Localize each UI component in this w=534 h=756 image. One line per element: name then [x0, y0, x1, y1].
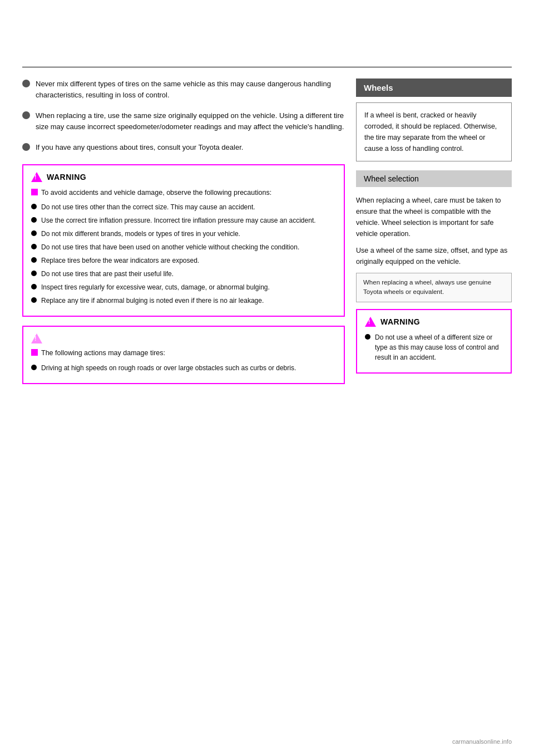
warning-bullet-list: Do not use tires other than the correct …	[31, 202, 336, 306]
bullet-text-3: If you have any questions about tires, c…	[36, 142, 243, 153]
right-warning-bullet-item-1: Do not use a wheel of a different size o…	[365, 332, 503, 362]
info-note-text: If a wheel is bent, cracked or heavily c…	[364, 111, 497, 153]
bullet-dot-3	[22, 143, 30, 151]
caution-header	[31, 333, 336, 343]
w-dot-2	[31, 217, 37, 223]
wheel-selection-header: Wheel selection	[356, 170, 512, 187]
top-spacer	[0, 0, 534, 67]
bullet-item-3: If you have any questions about tires, c…	[22, 142, 345, 153]
w-text-1: Do not use tires other than the correct …	[41, 202, 255, 212]
w-text-7: Inspect tires regularly for excessive we…	[41, 282, 270, 292]
warning-bullet-item-8: Replace any tire if abnormal bulging is …	[31, 296, 336, 306]
right-warning-bullet-list: Do not use a wheel of a different size o…	[365, 332, 503, 362]
warning-intro-row: To avoid accidents and vehicle damage, o…	[31, 188, 336, 198]
wheel-note-box: When replacing a wheel, always use genui…	[356, 273, 512, 302]
caution-box: The following actions may damage tires: …	[22, 326, 345, 384]
w-text-5: Replace tires before the wear indicators…	[41, 256, 199, 266]
w-text-3: Do not mix different brands, models or t…	[41, 229, 240, 239]
caution-bullet-list: Driving at high speeds on rough roads or…	[31, 363, 336, 373]
bullet-dot-1	[22, 80, 30, 87]
warning-bullet-item-1: Do not use tires other than the correct …	[31, 202, 336, 212]
left-column: Never mix different types of tires on th…	[22, 78, 345, 384]
warning-header: WARNING	[31, 172, 336, 182]
warning-label: WARNING	[47, 173, 86, 181]
bullet-item-1: Never mix different types of tires on th…	[22, 78, 345, 100]
w-dot-7	[31, 284, 37, 289]
w-dot-4	[31, 244, 37, 249]
bottom-watermark: carmanualsonline.info	[452, 738, 512, 745]
bullet-item-2: When replacing a tire, use the same size…	[22, 110, 345, 132]
warning-bullet-item-5: Replace tires before the wear indicators…	[31, 256, 336, 266]
main-content: Never mix different types of tires on th…	[0, 67, 534, 384]
warning-bullet-item-7: Inspect tires regularly for excessive we…	[31, 282, 336, 292]
warning-bullet-item-3: Do not mix different brands, models or t…	[31, 229, 336, 239]
caution-intro-row: The following actions may damage tires:	[31, 348, 336, 359]
warning-bullet-item-6: Do not use tires that are past their use…	[31, 269, 336, 279]
caution-triangle-icon	[31, 333, 42, 343]
w-dot-6	[31, 271, 37, 276]
page-container: Never mix different types of tires on th…	[0, 0, 534, 756]
right-warning-label: WARNING	[380, 317, 420, 326]
w-text-8: Replace any tire if abnormal bulging is …	[41, 296, 264, 306]
bullet-text-2: When replacing a tire, use the same size…	[36, 110, 345, 132]
caution-bullet-item-1: Driving at high speeds on rough roads or…	[31, 363, 336, 373]
warning-triangle-icon	[31, 172, 42, 182]
rw-text-1: Do not use a wheel of a different size o…	[375, 332, 503, 362]
warning-box-main: WARNING To avoid accidents and vehicle d…	[22, 164, 345, 317]
w-text-4: Do not use tires that have been used on …	[41, 242, 299, 252]
right-warning-box: WARNING Do not use a wheel of a differen…	[356, 309, 512, 374]
bullet-text-1: Never mix different types of tires on th…	[36, 78, 345, 100]
wheel-selection-text-1: When replacing a wheel, care must be tak…	[356, 195, 512, 239]
right-warning-header: WARNING	[365, 317, 503, 327]
caution-intro-text: The following actions may damage tires:	[41, 348, 165, 359]
bullet-dot-2	[22, 111, 30, 119]
c-dot-1	[31, 365, 37, 370]
w-text-6: Do not use tires that are past their use…	[41, 269, 174, 279]
wheel-selection-text-2: Use a wheel of the same size, offset, an…	[356, 245, 512, 267]
info-note-box: If a wheel is bent, cracked or heavily c…	[356, 102, 512, 161]
wheels-section-header: Wheels	[356, 78, 512, 97]
warning-block-icon	[31, 189, 38, 195]
w-text-2: Use the correct tire inflation pressure.…	[41, 215, 316, 225]
watermark-text: carmanualsonline.info	[452, 738, 512, 745]
rw-dot-1	[365, 334, 370, 340]
warning-bullet-item-2: Use the correct tire inflation pressure.…	[31, 215, 336, 225]
caution-block-icon	[31, 349, 38, 356]
w-dot-5	[31, 257, 37, 263]
wheel-note-text: When replacing a wheel, always use genui…	[363, 279, 491, 295]
right-warning-triangle-icon	[365, 317, 376, 327]
bottom-spacer	[0, 384, 534, 495]
warning-bullet-item-4: Do not use tires that have been used on …	[31, 242, 336, 252]
w-dot-1	[31, 204, 37, 209]
right-column: Wheels If a wheel is bent, cracked or he…	[356, 78, 512, 384]
c-text-1: Driving at high speeds on rough roads or…	[41, 363, 296, 373]
wheels-header-text: Wheels	[364, 83, 393, 92]
wheel-selection-header-text: Wheel selection	[364, 174, 419, 183]
w-dot-3	[31, 230, 37, 236]
warning-intro-text: To avoid accidents and vehicle damage, o…	[41, 188, 271, 198]
w-dot-8	[31, 297, 37, 303]
